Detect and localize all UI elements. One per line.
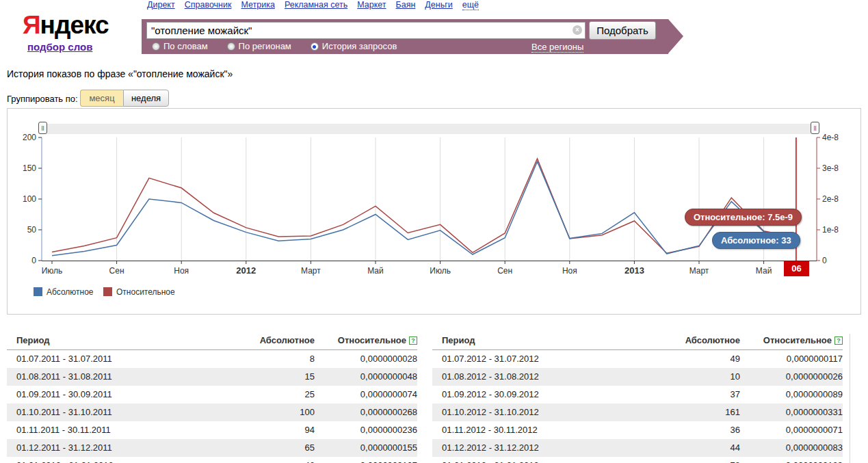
submit-button[interactable]: Подобрать <box>589 21 656 40</box>
nav-link-Баян[interactable]: Баян <box>396 0 416 10</box>
nav-link-Справочник[interactable]: Справочник <box>185 0 232 10</box>
range-slider-handle-left[interactable]: || <box>38 122 47 134</box>
cell-period: 01.10.2012 - 31.10.2012 <box>432 404 644 421</box>
cell-absolute: 25 <box>219 386 315 404</box>
help-icon[interactable]: ? <box>834 336 843 345</box>
y-left-label: 200 <box>23 133 36 142</box>
cell-absolute: 15 <box>219 368 315 386</box>
cell-period: 01.11.2011 - 30.11.2011 <box>7 421 219 439</box>
cell-relative: 0,0000000026 <box>740 368 843 386</box>
page-title: История показов по фразе «"отопление мож… <box>7 68 233 79</box>
cell-relative: 0,0000000089 <box>740 386 843 404</box>
range-slider-handle-right[interactable]: || <box>811 122 819 134</box>
help-icon[interactable]: ? <box>409 336 417 345</box>
cell-relative: 0,0000000155 <box>315 439 417 457</box>
search-mode-radios: По словамПо регионамИстория запросов <box>152 41 416 53</box>
cell-absolute: 44 <box>644 439 740 457</box>
table-row: 01.12.2011 - 31.12.2011650,0000000155 <box>7 439 417 457</box>
group-by-month-button[interactable]: месяц <box>80 90 123 107</box>
tooltip-relative: Относительное: 7.5e-9 <box>685 209 802 226</box>
cell-absolute: 161 <box>644 404 740 421</box>
x-label: 2013 <box>624 265 644 276</box>
radio-label: По регионам <box>239 41 291 51</box>
cell-period: 01.12.2012 - 31.12.2012 <box>432 439 644 457</box>
cell-relative: 0,0000000028 <box>315 350 417 368</box>
x-label: Май <box>756 266 772 276</box>
cell-relative: 0,0000000129 <box>740 457 843 463</box>
y-right-label: 0 <box>822 256 827 265</box>
tooltip-absolute: Абсолютное: 33 <box>712 232 800 249</box>
cell-absolute: 78 <box>644 457 740 463</box>
series-Относительное <box>52 159 796 253</box>
radio-circle-icon[interactable] <box>227 42 235 51</box>
search-input[interactable] <box>146 22 586 39</box>
cell-relative: 0,0000000331 <box>740 404 843 421</box>
radio-История запросов[interactable]: История запросов <box>311 41 397 51</box>
cell-relative: 0,0000000048 <box>315 368 417 386</box>
cell-absolute: 37 <box>644 386 740 404</box>
cell-absolute: 49 <box>644 350 740 368</box>
yandex-logo[interactable]: Яндекс <box>23 11 109 40</box>
cell-period: 01.09.2011 - 30.09.2011 <box>7 386 219 404</box>
top-navigation: ДиректСправочникМетрикаРекламная сетьМар… <box>147 0 488 10</box>
y-left-label: 100 <box>23 194 36 204</box>
legend-label: Относительное <box>116 287 175 297</box>
group-by-week-button[interactable]: неделя <box>123 90 169 107</box>
col-absolute: Абсолютное <box>219 332 315 350</box>
cell-relative: 0,0000000083 <box>740 439 843 457</box>
nav-link-Директ[interactable]: Директ <box>147 0 175 10</box>
x-label: Сен <box>497 266 512 276</box>
cell-relative: 0,0000000236 <box>315 421 417 439</box>
cell-relative: 0,0000000117 <box>740 350 843 368</box>
legend-item-Относительное: Относительное <box>103 287 175 297</box>
cell-absolute: 10 <box>644 368 740 386</box>
cell-period: 01.07.2012 - 31.07.2012 <box>432 350 644 368</box>
radio-По регионам[interactable]: По регионам <box>227 41 291 51</box>
grouping-switch: месяцнеделя <box>80 90 169 107</box>
col-absolute: Абсолютное <box>644 332 740 350</box>
cell-absolute: 8 <box>219 350 315 368</box>
table-row: 01.09.2012 - 30.09.2012370,0000000089 <box>432 386 843 404</box>
table-row: 01.11.2012 - 30.11.2012360,0000000071 <box>432 421 843 439</box>
nav-link-Маркет[interactable]: Маркет <box>357 0 386 10</box>
legend-swatch-icon <box>34 287 42 296</box>
history-table-2012: Период Абсолютное Относительное? 01.07.2… <box>432 332 843 463</box>
y-right-label: 2e-8 <box>822 194 839 204</box>
table-row: 01.07.2011 - 31.07.201180,0000000028 <box>7 350 417 368</box>
clear-input-icon[interactable]: × <box>573 25 582 35</box>
cell-absolute: 36 <box>644 421 740 439</box>
logo-letter: Я <box>23 11 40 39</box>
table-row: 01.01.2013 - 31.01.2013780,0000000129 <box>432 457 843 463</box>
x-label: Июль <box>430 266 451 276</box>
highlighted-x-tick: 06 <box>784 261 809 276</box>
cell-period: 01.07.2011 - 31.07.2011 <box>7 350 219 368</box>
legend-swatch-icon <box>103 287 112 296</box>
cell-absolute: 100 <box>219 404 315 421</box>
nav-link-Метрика[interactable]: Метрика <box>241 0 274 10</box>
radio-label: По словам <box>163 41 208 51</box>
nav-link-ещё[interactable]: ещё <box>462 0 479 10</box>
cell-absolute: 65 <box>219 439 315 457</box>
x-label: Март <box>301 266 321 276</box>
radio-circle-icon[interactable] <box>152 42 160 51</box>
nav-link-Деньги[interactable]: Деньги <box>425 0 452 10</box>
col-relative: Относительное? <box>740 332 843 350</box>
y-right-label: 1e-8 <box>822 225 839 235</box>
legend-label: Абсолютное <box>47 287 94 297</box>
y-right-label: 3e-8 <box>822 163 839 173</box>
history-table-2011: Период Абсолютное Относительное? 01.07.2… <box>7 332 417 463</box>
series-Абсолютное <box>52 161 796 256</box>
y-left-label: 150 <box>23 163 36 173</box>
logo-rest: ндекс <box>40 11 109 39</box>
cell-period: 01.10.2011 - 31.10.2011 <box>7 404 219 421</box>
legend-item-Абсолютное: Абсолютное <box>34 287 94 297</box>
x-label: Сен <box>109 266 124 276</box>
cell-period: 01.08.2011 - 31.08.2011 <box>7 368 219 386</box>
nav-link-Рекламная сеть[interactable]: Рекламная сеть <box>285 0 347 10</box>
radio-По словам[interactable]: По словам <box>152 41 208 51</box>
all-regions-link[interactable]: Все регионы <box>531 42 583 53</box>
table-right-border <box>850 334 850 463</box>
cell-period: 01.12.2011 - 31.12.2011 <box>7 439 219 457</box>
wordstat-link[interactable]: подбор слов <box>27 41 92 53</box>
radio-circle-icon[interactable] <box>311 42 319 51</box>
